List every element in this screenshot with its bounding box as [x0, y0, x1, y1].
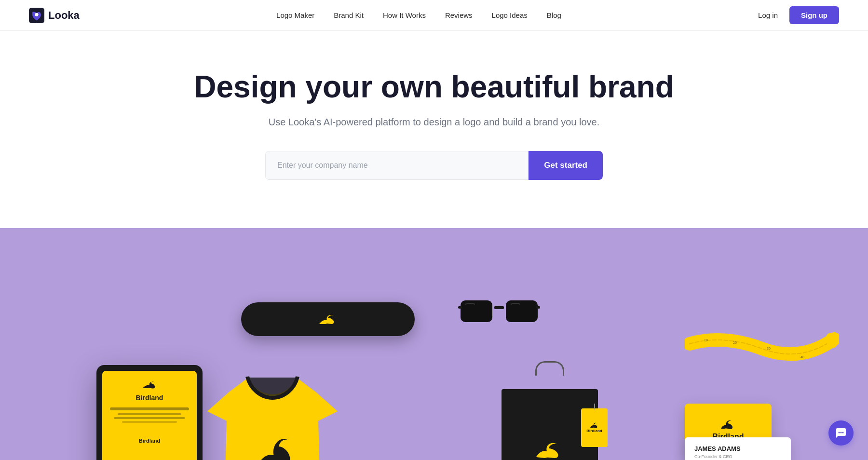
- tube-mockup: [241, 302, 415, 341]
- tablet-brand-name: Birdland: [136, 394, 163, 402]
- hero-section: Design your own beautiful brand Use Look…: [0, 31, 868, 228]
- login-link[interactable]: Log in: [758, 11, 778, 19]
- svg-point-14: [842, 432, 844, 433]
- logo-link[interactable]: Looka: [29, 8, 80, 23]
- hero-subtitle: Use Looka's AI-powered platform to desig…: [29, 117, 839, 128]
- nav-logo-ideas[interactable]: Logo Ideas: [492, 11, 528, 19]
- signup-button[interactable]: Sign up: [789, 6, 839, 24]
- tape-measure-mockup: 10 20 30 40: [685, 325, 839, 384]
- brand-showcase-section: Birdland Birdland: [0, 228, 868, 460]
- nav-blog[interactable]: Blog: [547, 11, 561, 19]
- tube-bird-icon: [318, 312, 338, 326]
- shopping-bag-mockup: Birdland: [502, 375, 598, 460]
- namecard-mockup: JAMES ADAMS Co-Founder & CEO (02) 999 12…: [685, 437, 791, 460]
- nav-logo-maker[interactable]: Logo Maker: [276, 11, 314, 19]
- namecard-person-title: Co-Founder & CEO: [694, 454, 781, 459]
- hero-form: Get started: [265, 151, 603, 180]
- svg-text:20: 20: [733, 341, 737, 344]
- svg-rect-5: [458, 306, 462, 309]
- tag-bird-icon: [590, 422, 599, 429]
- company-name-input[interactable]: [265, 151, 529, 180]
- bag-tag-label: Birdland: [586, 429, 602, 433]
- tablet-mockup: Birdland Birdland: [96, 365, 203, 460]
- chat-widget[interactable]: [828, 420, 854, 446]
- chat-icon: [835, 427, 847, 439]
- svg-text:10: 10: [704, 338, 708, 342]
- bag-body: Birdland: [502, 389, 598, 460]
- svg-rect-6: [536, 306, 540, 309]
- hero-title: Design your own beautiful brand: [29, 69, 839, 105]
- svg-rect-4: [506, 300, 538, 322]
- card-bird-icon: [720, 419, 736, 430]
- bag-bird-icon: [535, 440, 564, 459]
- header: Looka Logo Maker Brand Kit How It Works …: [0, 0, 868, 31]
- svg-rect-3: [461, 300, 492, 322]
- sunglasses-mockup: [458, 296, 540, 331]
- svg-text:30: 30: [767, 347, 771, 350]
- tablet-subcard-text: Birdland: [139, 438, 161, 444]
- get-started-button[interactable]: Get started: [529, 151, 603, 180]
- nav-reviews[interactable]: Reviews: [445, 11, 473, 19]
- main-nav: Logo Maker Brand Kit How It Works Review…: [276, 11, 561, 19]
- tshirt-mockup: [207, 368, 338, 460]
- svg-point-13: [841, 432, 842, 433]
- svg-point-12: [839, 432, 840, 433]
- header-actions: Log in Sign up: [758, 6, 839, 24]
- looka-logo-icon: [29, 8, 44, 23]
- namecard-person-name: JAMES ADAMS: [694, 445, 781, 452]
- tablet-bird-icon: [141, 379, 158, 390]
- svg-text:40: 40: [800, 355, 804, 359]
- bag-tag: Birdland: [581, 408, 608, 447]
- svg-rect-2: [494, 306, 504, 309]
- nav-brand-kit[interactable]: Brand Kit: [334, 11, 364, 19]
- svg-point-1: [35, 13, 38, 16]
- nav-how-it-works[interactable]: How It Works: [383, 11, 426, 19]
- bag-handle: [535, 361, 564, 376]
- logo-text: Looka: [48, 9, 80, 22]
